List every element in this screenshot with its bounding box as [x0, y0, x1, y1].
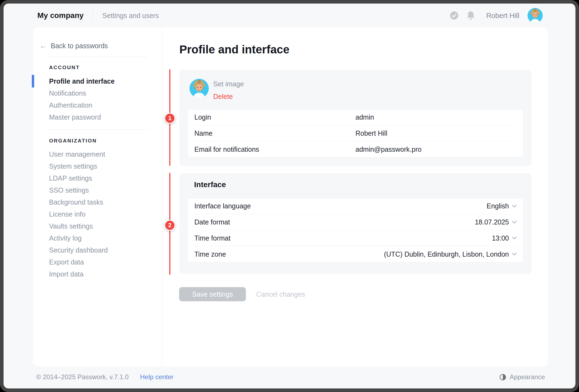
interface-language-label: Interface language	[194, 202, 251, 210]
main-panel: ← Back to passwords ACCOUNT Profile and …	[33, 28, 548, 366]
table-row-name: Name Robert Hill	[188, 125, 523, 141]
sidebar-item-system-settings[interactable]: System settings	[49, 160, 162, 172]
set-image-button[interactable]: Set image	[213, 80, 244, 88]
device-frame: My company Settings and users Robert Hil	[0, 0, 579, 392]
help-center-link[interactable]: Help center	[140, 373, 174, 381]
table-row-language: Interface language English	[188, 198, 523, 214]
date-format-label: Date format	[194, 218, 230, 226]
settings-sidebar: ← Back to passwords ACCOUNT Profile and …	[33, 28, 162, 366]
profile-card: Set image Delete Login admin Name Robert…	[179, 70, 532, 166]
email-value: admin@passwork.pro	[355, 145, 421, 153]
chevron-down-icon	[512, 205, 517, 208]
login-label: Login	[194, 113, 211, 121]
sidebar-item-import-data[interactable]: Import data	[49, 268, 162, 280]
sidebar-item-license-info[interactable]: License info	[49, 208, 162, 220]
login-value: admin	[355, 113, 374, 121]
time-format-select[interactable]: 13:00	[492, 234, 517, 242]
time-zone-value: (UTC) Dublin, Edinburgh, Lisbon, London	[384, 250, 509, 258]
interface-language-value: English	[487, 202, 509, 210]
name-value: Robert Hill	[355, 129, 387, 137]
section-breadcrumb: Settings and users	[102, 12, 159, 20]
sidebar-item-user-management[interactable]: User management	[49, 148, 162, 160]
back-label: Back to passwords	[51, 42, 108, 50]
table-row-time-zone: Time zone (UTC) Dublin, Edinburgh, Lisbo…	[188, 246, 523, 262]
topbar: My company Settings and users Robert Hil	[4, 4, 575, 28]
sidebar-item-activity-log[interactable]: Activity log	[49, 232, 162, 244]
sidebar-item-export-data[interactable]: Export data	[49, 256, 162, 268]
chevron-down-icon	[512, 237, 517, 239]
topbar-right: Robert Hill	[450, 8, 543, 23]
form-actions: Save settings Cancel changes	[179, 287, 305, 301]
appearance-label: Appearance	[510, 373, 545, 381]
sidebar-item-sso-settings[interactable]: SSO settings	[49, 184, 162, 196]
sidebar-divider	[49, 129, 148, 130]
annotation-badge-1: 1	[164, 113, 175, 124]
table-row-time-format: Time format 13:00	[188, 230, 523, 246]
cancel-changes-button[interactable]: Cancel changes	[256, 290, 305, 298]
page-title: Profile and interface	[179, 43, 290, 56]
settings-content: Profile and interface Set image Delete L…	[162, 28, 548, 366]
table-row-login: Login admin	[188, 110, 523, 125]
user-name[interactable]: Robert Hill	[486, 11, 519, 20]
sidebar-item-profile-and-interface[interactable]: Profile and interface	[49, 75, 162, 87]
footer: © 2014–2025 Passwork, v.7.1.0 Help cente…	[36, 371, 545, 383]
table-row-email: Email for notifications admin@passwork.p…	[188, 141, 523, 157]
profile-fields-table: Login admin Name Robert Hill Email for n…	[188, 109, 523, 157]
sidebar-item-vaults-settings[interactable]: Vaults settings	[49, 220, 162, 232]
notifications-bell-icon[interactable]	[466, 11, 475, 20]
name-label: Name	[194, 129, 213, 137]
chevron-down-icon	[512, 221, 517, 224]
back-to-passwords-link[interactable]: ← Back to passwords	[40, 41, 162, 51]
date-format-value: 18.07.2025	[475, 218, 509, 226]
profile-avatar[interactable]	[189, 79, 209, 98]
workspace-title: My company	[37, 11, 84, 20]
sidebar-item-security-dashboard[interactable]: Security dashboard	[49, 244, 162, 256]
table-row-date-format: Date format 18.07.2025	[188, 214, 523, 230]
sidebar-item-notifications[interactable]: Notifications	[49, 87, 162, 99]
theme-half-circle-icon	[499, 374, 506, 381]
annotation-badge-2: 2	[164, 220, 175, 231]
topbar-divider	[93, 10, 93, 21]
time-zone-label: Time zone	[194, 250, 226, 258]
interface-fields-table: Interface language English Date format 1…	[188, 198, 523, 262]
chevron-down-icon	[512, 253, 517, 256]
user-avatar[interactable]	[527, 8, 543, 23]
account-nav-list: Profile and interface Notifications Auth…	[49, 75, 162, 123]
email-label: Email for notifications	[194, 145, 259, 153]
copyright-text: © 2014–2025 Passwork, v.7.1.0	[36, 373, 129, 381]
app-window: My company Settings and users Robert Hil	[4, 4, 575, 388]
interface-card: Interface Interface language English Dat…	[179, 173, 532, 274]
delete-image-button[interactable]: Delete	[213, 93, 233, 101]
active-item-indicator	[32, 75, 34, 87]
interface-language-select[interactable]: English	[487, 202, 517, 210]
time-zone-select[interactable]: (UTC) Dublin, Edinburgh, Lisbon, London	[384, 250, 517, 258]
sidebar-item-master-password[interactable]: Master password	[49, 111, 162, 123]
organization-section-title: ORGANIZATION	[49, 136, 162, 146]
appearance-toggle[interactable]: Appearance	[499, 373, 545, 381]
time-format-value: 13:00	[492, 234, 509, 242]
tasks-status-icon[interactable]	[450, 11, 459, 20]
sidebar-divider	[49, 57, 148, 57]
organization-nav-list: User management System settings LDAP set…	[49, 148, 162, 280]
save-settings-button[interactable]: Save settings	[179, 287, 246, 301]
back-arrow-icon: ←	[40, 42, 47, 50]
sidebar-item-ldap-settings[interactable]: LDAP settings	[49, 172, 162, 184]
time-format-label: Time format	[194, 234, 230, 242]
date-format-select[interactable]: 18.07.2025	[475, 218, 517, 226]
interface-heading: Interface	[194, 180, 226, 189]
sidebar-item-background-tasks[interactable]: Background tasks	[49, 196, 162, 208]
sidebar-item-authentication[interactable]: Authentication	[49, 99, 162, 111]
account-section-title: ACCOUNT	[49, 62, 162, 73]
